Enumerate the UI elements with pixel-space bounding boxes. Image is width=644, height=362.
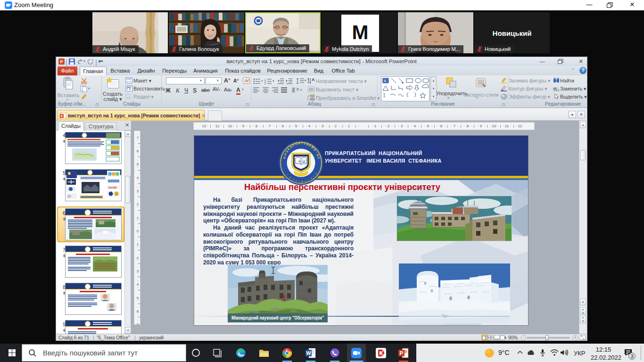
svg-text:USAID: USAID [108, 186, 117, 189]
svg-text:3: 3 [264, 82, 266, 84]
svg-text:А: А [312, 77, 315, 82]
svg-text:O!: O! [67, 195, 71, 198]
svg-text:Т: Т [301, 141, 303, 144]
svg-text:Ω: Ω [302, 159, 305, 164]
svg-text:4: 4 [557, 88, 560, 91]
svg-text:P: P [400, 350, 403, 356]
svg-text:P: P [60, 59, 63, 64]
svg-text:Міжнародний науковий центр "Об: Міжнародний науковий центр "Обсерваторія… [231, 315, 324, 321]
svg-text:A: A [384, 79, 386, 82]
svg-text:A: A [245, 78, 248, 83]
svg-text:Α: Α [298, 159, 301, 164]
svg-text:W: W [306, 350, 311, 356]
svg-text:P: P [61, 115, 63, 118]
